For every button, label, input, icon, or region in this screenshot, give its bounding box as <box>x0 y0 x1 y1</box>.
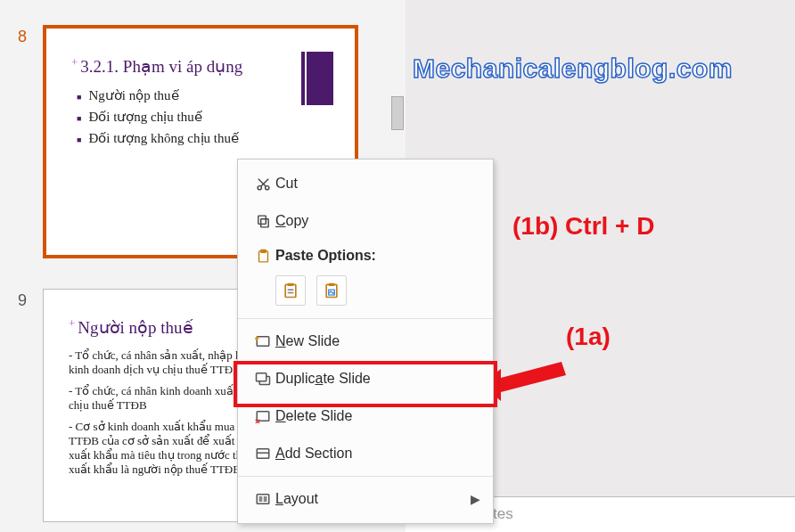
delete-slide-icon <box>250 409 275 423</box>
menu-label: Paste Options: <box>275 248 480 264</box>
svg-rect-11 <box>288 289 294 291</box>
menu-add-section[interactable]: Add Section <box>238 435 493 472</box>
new-placeholder-icon: + <box>71 55 78 69</box>
paste-keep-formatting-button[interactable] <box>275 275 306 306</box>
menu-separator <box>238 476 493 477</box>
watermark-text: Mechanicalengblog.com <box>413 53 733 84</box>
svg-rect-26 <box>257 495 269 504</box>
menu-label: Add Section <box>275 446 480 462</box>
slide-title: +3.2.1. Phạm vi áp dụng <box>71 55 330 77</box>
paste-icon <box>250 248 275 265</box>
menu-paste-options-header: Paste Options: <box>238 240 493 272</box>
bullet-item: Đối tượng không chịu thuế <box>77 130 330 146</box>
menu-separator <box>238 318 493 319</box>
paste-options-row <box>238 272 493 315</box>
bullet-item: Đối tượng chịu thuế <box>77 109 330 125</box>
menu-layout[interactable]: Layout ▶ <box>238 480 493 518</box>
menu-label: Layout <box>275 491 471 507</box>
menu-label: Duplicate Slide <box>275 371 480 387</box>
menu-duplicate-slide[interactable]: Duplicate Slide <box>238 360 493 397</box>
layout-icon <box>250 492 275 506</box>
menu-delete-slide[interactable]: Delete Slide <box>238 397 493 435</box>
slide-accent-shape <box>307 52 333 105</box>
svg-rect-20 <box>257 372 266 381</box>
annotation-shortcut: (1b) Ctrl + D <box>512 212 654 241</box>
paste-as-picture-button[interactable] <box>316 275 347 306</box>
slide-number: 8 <box>18 28 27 46</box>
svg-rect-5 <box>260 218 268 226</box>
svg-rect-9 <box>285 284 296 297</box>
svg-rect-28 <box>264 496 267 502</box>
cut-icon <box>250 176 275 192</box>
menu-cut[interactable]: Cut <box>238 165 493 202</box>
clipboard-picture-icon <box>323 281 340 300</box>
copy-icon <box>250 214 275 229</box>
annotation-callout: (1a) <box>566 323 611 351</box>
svg-rect-8 <box>260 250 266 252</box>
clipboard-icon <box>282 281 299 300</box>
svg-rect-10 <box>288 283 294 286</box>
svg-rect-12 <box>288 292 294 294</box>
slide-number: 9 <box>18 291 27 310</box>
svg-marker-0 <box>481 362 566 401</box>
svg-rect-27 <box>259 496 263 502</box>
menu-label: New Slide <box>275 333 480 349</box>
menu-new-slide[interactable]: New Slide <box>238 323 493 360</box>
slide-context-menu: Cut Copy Paste Options: New Slide Duplic… <box>237 159 494 524</box>
slide-bullet-list: Người nộp thuế Đối tượng chịu thuế Đối t… <box>77 87 330 146</box>
annotation-arrow-icon <box>481 353 570 402</box>
menu-label: Copy <box>275 213 480 229</box>
menu-label: Delete Slide <box>275 408 480 424</box>
bullet-item: Người nộp thuế <box>77 87 330 103</box>
svg-rect-14 <box>329 283 335 286</box>
add-section-icon <box>250 446 275 461</box>
menu-copy[interactable]: Copy <box>238 202 493 240</box>
submenu-arrow-icon: ▶ <box>471 492 480 506</box>
scrollbar-thumb[interactable] <box>391 96 404 130</box>
new-placeholder-icon: + <box>69 316 75 330</box>
menu-label: Cut <box>275 176 480 192</box>
duplicate-slide-icon <box>250 372 275 387</box>
svg-rect-6 <box>258 216 266 224</box>
new-slide-icon <box>250 334 275 348</box>
